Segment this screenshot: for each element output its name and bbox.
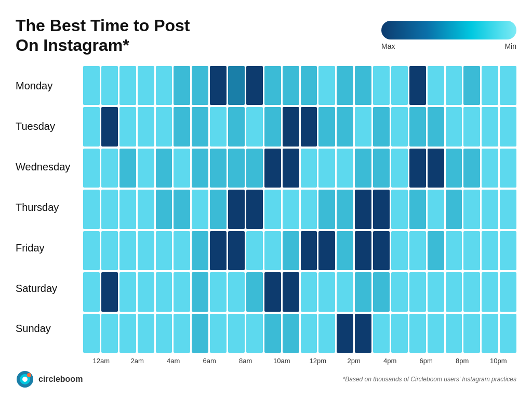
heatmap-cell [83, 231, 100, 270]
heatmap-cell [119, 272, 136, 311]
heatmap-cell [463, 66, 480, 105]
heatmap-cell [301, 149, 317, 188]
heatmap-cell [83, 66, 100, 105]
grid-container: 12am 2am 4am 6am 8am 10am 12pm 2pm 4pm 6… [83, 66, 516, 365]
heatmap-cell [228, 314, 245, 353]
heatmap-cell [482, 190, 498, 229]
day-row-monday [83, 66, 516, 105]
x-label-2pm: 2pm [336, 357, 373, 365]
heatmap-cell [500, 272, 516, 311]
heatmap-cell [301, 66, 317, 105]
heatmap-cell [174, 314, 190, 353]
heatmap-cell [119, 107, 136, 146]
heatmap-cell [192, 272, 208, 311]
heatmap-cell [156, 231, 172, 270]
heatmap-cell [446, 231, 462, 270]
heatmap-cell [373, 231, 390, 270]
page-title: The Best Time to Post On Instagram* [16, 16, 190, 56]
heatmap-cell [174, 272, 190, 311]
svg-point-2 [22, 377, 28, 382]
heatmap-cell [101, 107, 118, 146]
footer-note: *Based on thousands of Circleboom users'… [343, 376, 516, 383]
heatmap-cell [101, 66, 118, 105]
heatmap-cell [463, 107, 480, 146]
x-label-12pm: 12pm [300, 357, 336, 365]
heatmap-cell [246, 107, 263, 146]
heatmap-cell [446, 66, 462, 105]
heatmap-cell [318, 231, 335, 270]
heatmap-cell [101, 314, 118, 353]
heatmap-cell [283, 272, 299, 311]
heatmap-cell [463, 190, 480, 229]
heatmap-cell [192, 66, 208, 105]
heatmap-cell [463, 231, 480, 270]
x-label-2am: 2am [119, 357, 156, 365]
heatmap-cell [463, 314, 480, 353]
legend-min-label: Min [504, 42, 516, 50]
heatmap-cell [446, 314, 462, 353]
x-label-8am: 8am [228, 357, 264, 365]
heatmap-cell [119, 149, 136, 188]
heatmap-cell [482, 272, 498, 311]
heatmap-cell [409, 149, 426, 188]
heatmap-cell [355, 107, 371, 146]
heatmap-cell [355, 314, 371, 353]
heatmap-cell [138, 272, 154, 311]
heatmap-cell [409, 272, 426, 311]
heatmap-cell [337, 107, 353, 146]
heatmap-cell [83, 314, 100, 353]
heatmap-cell [156, 190, 172, 229]
heatmap-cell [264, 107, 281, 146]
heatmap-cell [119, 231, 136, 270]
heatmap-cell [301, 231, 317, 270]
heatmap-cell [83, 272, 100, 311]
heatmap-cell [174, 190, 190, 229]
heatmap-cell [174, 107, 190, 146]
heatmap-cell [156, 107, 172, 146]
legend-gradient [381, 21, 516, 39]
heatmap-cell [264, 149, 281, 188]
heatmap-cell [246, 66, 263, 105]
heatmap-cell [283, 107, 299, 146]
heatmap-cell [174, 149, 190, 188]
heatmap-cell [138, 314, 154, 353]
heatmap-cell [283, 314, 299, 353]
y-label-thursday: Thursday [16, 202, 83, 214]
day-row-friday [83, 231, 516, 270]
heatmap-cell [373, 66, 390, 105]
heatmap-cell [337, 231, 353, 270]
heatmap-cell [210, 231, 227, 270]
heatmap-cell [264, 231, 281, 270]
heatmap-cell [446, 272, 462, 311]
heatmap-cell [283, 149, 299, 188]
circleboom-logo-icon [16, 370, 34, 389]
heatmap-cell [210, 272, 227, 311]
heatmap-cell [246, 314, 263, 353]
heatmap-cell [500, 231, 516, 270]
x-axis: 12am 2am 4am 6am 8am 10am 12pm 2pm 4pm 6… [83, 353, 516, 365]
heatmap-cell [210, 66, 227, 105]
heatmap-cell [101, 231, 118, 270]
heatmap-cell [246, 272, 263, 311]
heatmap-cell [283, 66, 299, 105]
heatmap-cell [83, 149, 100, 188]
legend-labels: Max Min [381, 42, 516, 50]
heatmap-cell [264, 272, 281, 311]
heatmap-cell [409, 66, 426, 105]
heatmap-cell [228, 66, 245, 105]
svg-point-3 [27, 373, 31, 377]
heatmap-cell [301, 272, 317, 311]
heatmap-cell [500, 314, 516, 353]
y-label-saturday: Saturday [16, 283, 83, 295]
heatmap-cell [210, 149, 227, 188]
footer: circleboom *Based on thousands of Circle… [16, 370, 516, 389]
y-label-sunday: Sunday [16, 323, 83, 335]
heatmap-cell [391, 272, 408, 311]
heatmap-cell [101, 190, 118, 229]
day-row-sunday [83, 314, 516, 353]
heatmap-cell [210, 107, 227, 146]
heatmap-cell [446, 190, 462, 229]
heatmap-cell [101, 272, 118, 311]
heatmap-cell [156, 149, 172, 188]
heatmap-cell [192, 149, 208, 188]
